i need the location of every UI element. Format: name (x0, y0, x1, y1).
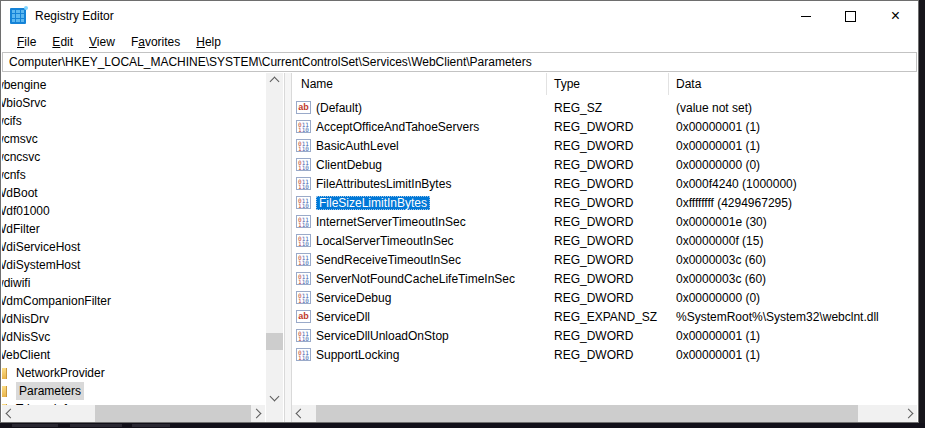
value-name-cell: 011110ClientDebug (292, 158, 547, 172)
value-type-cell: REG_DWORD (547, 177, 669, 191)
value-row-BasicAuthLevel[interactable]: 011110BasicAuthLevelREG_DWORD0x00000001 … (292, 136, 917, 155)
tree-item-wcmsvc[interactable]: wcmsvc (2, 130, 265, 148)
column-header-type[interactable]: Type (547, 73, 669, 95)
tree-pane[interactable]: wbengineWbioSrvcwcifswcmsvcwcncsvcwcnfsW… (2, 73, 284, 422)
value-row--Default-[interactable]: ab(Default)REG_SZ(value not set) (292, 98, 917, 117)
value-name-cell: 011110SendReceiveTimeoutInSec (292, 253, 547, 267)
list-horizontal-scrollbar[interactable] (292, 405, 917, 422)
value-rows: ab(Default)REG_SZ(value not set)011110Ac… (292, 95, 917, 364)
dword-value-icon: 011110 (296, 253, 311, 266)
pane-splitter[interactable] (284, 73, 292, 422)
value-row-SendReceiveTimeoutInSec[interactable]: 011110SendReceiveTimeoutInSecREG_DWORD0x… (292, 250, 917, 269)
menu-file[interactable]: File (9, 33, 44, 51)
dword-value-icon: 011110 (296, 291, 311, 304)
registry-tree: wbengineWbioSrvcwcifswcmsvcwcncsvcwcnfsW… (2, 76, 265, 418)
minimize-button[interactable] (783, 1, 828, 31)
value-type-cell: REG_DWORD (547, 329, 669, 343)
values-pane[interactable]: Name Type Data ab(Default)REG_SZ(value n… (292, 73, 917, 422)
folder-icon (2, 386, 7, 397)
dword-value-icon: 011110 (296, 139, 311, 152)
tree-item-WdiSystemHost[interactable]: WdiSystemHost (2, 256, 265, 274)
value-name-label: ClientDebug (316, 158, 382, 172)
tree-item-WebClient[interactable]: WebClient (2, 346, 265, 364)
tree-item-wcifs[interactable]: wcifs (2, 112, 265, 130)
tree-item-WdBoot[interactable]: WdBoot (2, 184, 265, 202)
main-area: wbengineWbioSrvcwcifswcmsvcwcncsvcwcnfsW… (1, 73, 918, 422)
scroll-down-button[interactable] (266, 388, 283, 405)
tree-hscroll-thumb[interactable] (95, 405, 251, 422)
value-name-cell: 011110ServiceDllUnloadOnStop (292, 329, 547, 343)
title-bar[interactable]: Registry Editor × (1, 1, 918, 31)
scroll-right-button[interactable] (248, 405, 265, 422)
tree-item-WdmCompanionFilter[interactable]: WdmCompanionFilter (2, 292, 265, 310)
value-row-FileAttributesLimitInBytes[interactable]: 011110FileAttributesLimitInBytesREG_DWOR… (292, 174, 917, 193)
value-name-cell: 011110FileAttributesLimitInBytes (292, 177, 547, 191)
address-bar[interactable]: Computer\HKEY_LOCAL_MACHINE\SYSTEM\Curre… (2, 52, 917, 72)
value-data-cell: (value not set) (669, 101, 917, 115)
tree-item-label: Wdf01000 (2, 202, 50, 220)
value-data-cell: %SystemRoot%\System32\webclnt.dll (669, 310, 917, 324)
tree-item-WdNisDrv[interactable]: WdNisDrv (2, 310, 265, 328)
tree-item-wdiwifi[interactable]: wdiwifi (2, 274, 265, 292)
tree-item-label: NetworkProvider (16, 364, 105, 382)
tree-item-Wdf01000[interactable]: Wdf01000 (2, 202, 265, 220)
tree-vscroll-thumb[interactable] (266, 333, 283, 350)
dword-value-icon: 011110 (296, 234, 311, 247)
value-row-ServerNotFoundCacheLifeTimeInSec[interactable]: 011110ServerNotFoundCacheLifeTimeInSecRE… (292, 269, 917, 288)
value-name-cell: 011110FileSizeLimitInBytes (292, 196, 547, 210)
value-row-ServiceDll[interactable]: abServiceDllREG_EXPAND_SZ%SystemRoot%\Sy… (292, 307, 917, 326)
column-header-data[interactable]: Data (669, 73, 917, 95)
value-row-ClientDebug[interactable]: 011110ClientDebugREG_DWORD0x00000000 (0) (292, 155, 917, 174)
tree-item-label: wcnfs (2, 166, 26, 184)
value-row-ServiceDebug[interactable]: 011110ServiceDebugREG_DWORD0x00000000 (0… (292, 288, 917, 307)
value-row-SupportLocking[interactable]: 011110SupportLockingREG_DWORD0x00000001 … (292, 345, 917, 364)
tree-vertical-scrollbar[interactable] (266, 73, 283, 405)
value-row-AcceptOfficeAndTahoeServers[interactable]: 011110AcceptOfficeAndTahoeServersREG_DWO… (292, 117, 917, 136)
menu-help[interactable]: Help (188, 33, 229, 51)
column-header-name[interactable]: Name (292, 73, 547, 95)
menu-favorites[interactable]: Favorites (123, 33, 188, 51)
value-data-cell: 0x00000001 (1) (669, 139, 917, 153)
tree-horizontal-scrollbar[interactable] (2, 405, 265, 422)
address-path: Computer\HKEY_LOCAL_MACHINE\SYSTEM\Curre… (9, 55, 532, 69)
value-row-InternetServerTimeoutInSec[interactable]: 011110InternetServerTimeoutInSecREG_DWOR… (292, 212, 917, 231)
tree-item-NetworkProvider[interactable]: NetworkProvider (2, 364, 265, 382)
list-header: Name Type Data (292, 73, 917, 95)
scroll-left-button[interactable] (292, 405, 309, 422)
value-name-label: ServiceDllUnloadOnStop (316, 329, 449, 343)
value-data-cell: 0xffffffff (4294967295) (669, 196, 917, 210)
value-type-cell: REG_DWORD (547, 215, 669, 229)
tree-item-WdiServiceHost[interactable]: WdiServiceHost (2, 238, 265, 256)
taskbar-sliver (0, 423, 925, 428)
value-name-label: BasicAuthLevel (316, 139, 399, 153)
menu-edit[interactable]: Edit (44, 33, 81, 51)
value-row-ServiceDllUnloadOnStop[interactable]: 011110ServiceDllUnloadOnStopREG_DWORD0x0… (292, 326, 917, 345)
tree-item-Parameters[interactable]: Parameters (2, 382, 265, 400)
value-name-cell: 011110SupportLocking (292, 348, 547, 362)
list-hscroll-thumb[interactable] (316, 405, 858, 422)
tree-item-wcnfs[interactable]: wcnfs (2, 166, 265, 184)
tree-item-WbioSrvc[interactable]: WbioSrvc (2, 94, 265, 112)
tree-item-WdFilter[interactable]: WdFilter (2, 220, 265, 238)
tree-item-WdNisSvc[interactable]: WdNisSvc (2, 328, 265, 346)
maximize-button[interactable] (828, 1, 873, 31)
registry-editor-icon (10, 8, 26, 24)
scroll-left-button[interactable] (2, 405, 19, 422)
value-row-FileSizeLimitInBytes[interactable]: 011110FileSizeLimitInBytesREG_DWORD0xfff… (292, 193, 917, 212)
value-name-cell: abServiceDll (292, 310, 547, 324)
value-data-cell: 0x00000001 (1) (669, 120, 917, 134)
string-value-icon: ab (296, 101, 311, 114)
tree-item-wcncsvc[interactable]: wcncsvc (2, 148, 265, 166)
value-name-label: ServiceDll (316, 310, 370, 324)
menu-view[interactable]: View (81, 33, 123, 51)
scroll-up-button[interactable] (266, 73, 283, 90)
scroll-right-button[interactable] (900, 405, 917, 422)
close-button[interactable]: × (873, 1, 918, 31)
value-type-cell: REG_DWORD (547, 139, 669, 153)
value-type-cell: REG_DWORD (547, 120, 669, 134)
value-name-cell: 011110LocalServerTimeoutInSec (292, 234, 547, 248)
tree-item-wbengine[interactable]: wbengine (2, 76, 265, 94)
value-row-LocalServerTimeoutInSec[interactable]: 011110LocalServerTimeoutInSecREG_DWORD0x… (292, 231, 917, 250)
chevron-down-icon (270, 392, 280, 402)
tree-item-label: wcncsvc (2, 148, 40, 166)
